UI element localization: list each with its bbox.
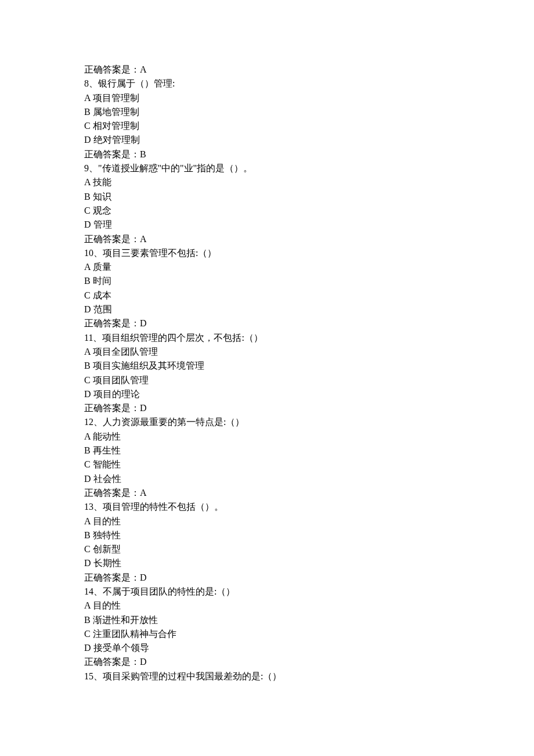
text-line: D 绝对管理制 [84, 133, 534, 147]
text-line: A 项目管理制 [84, 91, 534, 105]
text-line: 15、项目采购管理的过程中我国最差劲的是:（） [84, 669, 534, 683]
text-line: B 项目实施组织及其环境管理 [84, 359, 534, 373]
text-line: D 社会性 [84, 472, 534, 486]
text-line: 正确答案是：B [84, 147, 534, 161]
text-line: B 属地管理制 [84, 105, 534, 119]
text-line: 正确答案是：A [84, 63, 534, 77]
text-line: C 创新型 [84, 542, 534, 556]
text-line: 正确答案是：D [84, 316, 534, 330]
text-line: 正确答案是：A [84, 486, 534, 500]
text-line: D 管理 [84, 218, 534, 232]
text-line: 正确答案是：D [84, 401, 534, 415]
text-line: D 接受单个领导 [84, 641, 534, 655]
text-line: B 渐进性和开放性 [84, 613, 534, 627]
text-line: A 项目全团队管理 [84, 345, 534, 359]
text-line: D 长期性 [84, 556, 534, 570]
text-line: 10、项目三要素管理不包括:（） [84, 246, 534, 260]
text-line: A 技能 [84, 175, 534, 189]
text-line: A 能动性 [84, 430, 534, 444]
text-line: 12、人力资源最重要的第一特点是:（） [84, 415, 534, 429]
text-line: 11、项目组织管理的四个层次，不包括:（） [84, 331, 534, 345]
text-line: C 相对管理制 [84, 119, 534, 133]
text-line: 13、项目管理的特性不包括（）。 [84, 500, 534, 514]
text-line: C 注重团队精神与合作 [84, 627, 534, 641]
text-line: D 范围 [84, 303, 534, 316]
text-line: 9、"传道授业解惑"中的"业"指的是（）。 [84, 161, 534, 175]
text-line: C 观念 [84, 204, 534, 218]
text-line: B 再生性 [84, 444, 534, 458]
text-line: C 智能性 [84, 458, 534, 471]
text-line: D 项目的理论 [84, 387, 534, 401]
text-line: B 时间 [84, 274, 534, 288]
text-line: A 目的性 [84, 514, 534, 528]
text-line: C 项目团队管理 [84, 373, 534, 387]
text-line: 正确答案是：D [84, 571, 534, 585]
text-line: B 独特性 [84, 528, 534, 542]
document-body: 正确答案是：A8、银行属于（）管理:A 项目管理制B 属地管理制C 相对管理制D… [84, 63, 534, 683]
text-line: C 成本 [84, 289, 534, 303]
text-line: A 质量 [84, 260, 534, 274]
text-line: 正确答案是：A [84, 232, 534, 246]
text-line: 8、银行属于（）管理: [84, 77, 534, 91]
text-line: B 知识 [84, 190, 534, 204]
text-line: 正确答案是：D [84, 655, 534, 669]
text-line: 14、不属于项目团队的特性的是:（） [84, 585, 534, 599]
text-line: A 目的性 [84, 599, 534, 613]
document-page: 正确答案是：A8、银行属于（）管理:A 项目管理制B 属地管理制C 相对管理制D… [0, 0, 534, 756]
